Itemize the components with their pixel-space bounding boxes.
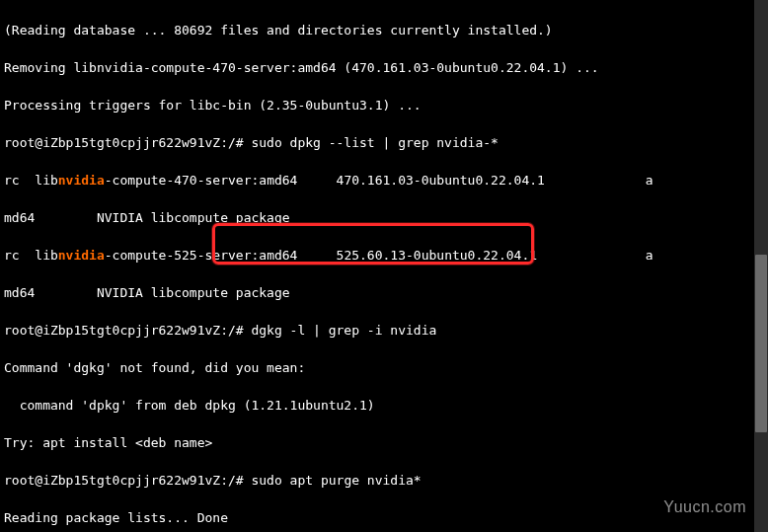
output-line: Try: apt install <deb name> — [4, 433, 764, 452]
prompt-line: root@iZbp15tgt0cpjjr622w91vZ:/# dgkg -l … — [4, 321, 764, 340]
output-line: (Reading database ... 80692 files and di… — [4, 21, 764, 39]
vertical-scrollbar-track[interactable] — [754, 0, 768, 532]
vertical-scrollbar-thumb[interactable] — [755, 255, 767, 432]
command-text: dgkg -l | grep -i nvidia — [251, 323, 436, 338]
prompt-line-highlighted: root@iZbp15tgt0cpjjr622w91vZ:/# sudo apt… — [4, 471, 764, 490]
output-line: Reading package lists... Done — [4, 508, 764, 527]
output-line: md64 NVIDIA libcompute package — [4, 283, 764, 302]
output-line: command 'dpkg' from deb dpkg (1.21.1ubun… — [4, 396, 764, 415]
prompt: root@iZbp15tgt0cpjjr622w91vZ:/# — [4, 135, 251, 150]
output-line: Processing triggers for libc-bin (2.35-0… — [4, 96, 764, 114]
command-text-highlighted: /# sudo apt purge nvidia* — [228, 473, 422, 488]
output-line: Removing libnvidia-compute-470-server:am… — [4, 58, 764, 77]
grep-match: nvidia — [58, 173, 105, 188]
prompt: root@iZbp15tgt0cpjjr622w91vZ: — [4, 473, 228, 488]
output-line: rc libnvidia-compute-470-server:amd64 47… — [4, 171, 764, 190]
command-text: sudo dpkg --list | grep nvidia-* — [251, 135, 498, 150]
output-line: rc libnvidia-compute-525-server:amd64 52… — [4, 246, 764, 265]
output-line: md64 NVIDIA libcompute package — [4, 208, 764, 227]
prompt-line: root@iZbp15tgt0cpjjr622w91vZ:/# sudo dpk… — [4, 133, 764, 152]
watermark-text: Yuucn.com — [663, 497, 746, 516]
output-line: Command 'dgkg' not found, did you mean: — [4, 358, 764, 377]
grep-match: nvidia — [58, 248, 105, 263]
terminal-output[interactable]: (Reading database ... 80692 files and di… — [0, 0, 768, 532]
prompt: root@iZbp15tgt0cpjjr622w91vZ:/# — [4, 323, 251, 338]
